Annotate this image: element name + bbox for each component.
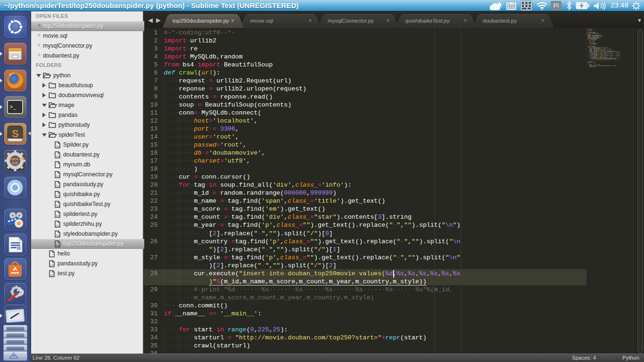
svg-text:<>: <> [50, 273, 54, 277]
svg-text:S: S [12, 128, 19, 140]
svg-text:<>: <> [56, 204, 60, 207]
svg-text:<>: <> [56, 194, 60, 197]
svg-text:IDE: IDE [12, 161, 19, 165]
svg-text:>_: >_ [9, 104, 17, 111]
svg-text:<>: <> [56, 234, 60, 237]
svg-text:<>: <> [56, 174, 60, 178]
svg-text:<>: <> [56, 184, 60, 188]
svg-text:Java EE: Java EE [9, 156, 25, 161]
svg-text:<>: <> [56, 145, 60, 148]
svg-text:<>: <> [56, 244, 60, 247]
svg-text:<>: <> [50, 263, 54, 267]
svg-text:<>: <> [56, 224, 60, 227]
svg-text:<>: <> [56, 214, 60, 217]
svg-text:<>: <> [56, 155, 60, 158]
